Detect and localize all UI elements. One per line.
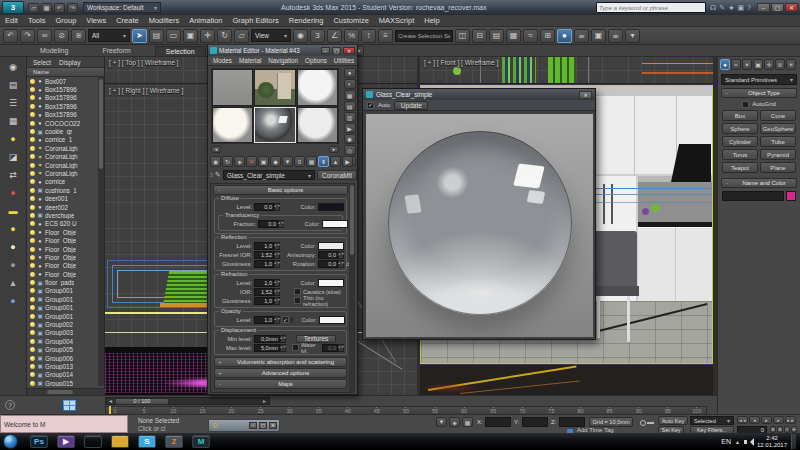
visibility-bulb-icon[interactable] (30, 314, 35, 319)
menu-item[interactable]: Group (50, 15, 81, 26)
material-editor-titlebar[interactable]: Material Editor - Material #43 – ▢ ✕ (208, 45, 357, 56)
scene-object-row[interactable]: ● deer001 (27, 194, 104, 202)
app-button[interactable]: 3 (2, 1, 24, 14)
rollout-toggle-icon[interactable]: + (215, 359, 225, 365)
geometry-category-icon[interactable]: ● (720, 59, 730, 70)
auto-update-checkbox[interactable]: ✓ (367, 102, 374, 109)
visibility-bulb-icon[interactable] (30, 330, 35, 335)
autogrid-checkbox[interactable] (742, 101, 749, 108)
material-id-icon[interactable]: 0 (294, 156, 305, 167)
rollout-toggle-icon[interactable]: + (215, 370, 225, 376)
sign-in-icon[interactable]: ☊ (710, 4, 716, 12)
rollout-header[interactable]: - Maps (214, 379, 347, 389)
scene-object-row[interactable]: ▣ Group005 (27, 346, 104, 354)
assign-material-icon[interactable]: ◈ (234, 156, 245, 167)
scene-object-row[interactable]: ▣ Group001 (27, 287, 104, 295)
visibility-bulb-icon[interactable] (30, 196, 35, 201)
time-slider-right-arrow[interactable]: ► (260, 398, 269, 404)
material-editor-close-button[interactable]: ✕ (343, 47, 355, 54)
scene-object-row[interactable]: ✦ CoronaLigh (27, 144, 104, 152)
scene-object-row[interactable]: ▣ Group002 (27, 320, 104, 328)
make-copy-icon[interactable]: ▣ (258, 156, 269, 167)
options-icon[interactable]: ✱ (344, 134, 356, 144)
fov-icon[interactable]: ◇ (784, 426, 790, 433)
photoshop-icon[interactable]: Ps (30, 435, 48, 448)
display-shapes-icon[interactable]: ▬ (9, 207, 18, 216)
pan-icon[interactable]: ✛ (791, 426, 797, 433)
update-button[interactable]: Update (394, 101, 428, 110)
time-slider-handle[interactable]: 0 / 100 (115, 398, 169, 405)
helpers-category-icon[interactable]: ✛ (764, 59, 774, 70)
minimize-button[interactable]: – (757, 3, 770, 12)
make-unique-icon[interactable]: ◆ (270, 156, 281, 167)
display-geometry-icon[interactable]: ● (10, 225, 15, 234)
scene-object-row[interactable]: ● Floor_Obje (27, 228, 104, 236)
zoom-icon[interactable]: ⊕ (770, 426, 776, 433)
pick-from-object-icon[interactable]: ✎ (215, 171, 221, 179)
visibility-bulb-icon[interactable] (30, 163, 35, 168)
visibility-bulb-icon[interactable] (30, 171, 35, 176)
go-start-icon[interactable]: ◄◄ (737, 416, 748, 424)
layer-manager-icon[interactable]: ▤ (489, 29, 504, 43)
refraction-level-spinner[interactable]: 1,0▲▼ (254, 279, 280, 287)
scene-object-row[interactable]: ● Floor_Obje (27, 253, 104, 261)
display-eye-icon[interactable]: ◉ (9, 63, 17, 72)
make-preview-icon[interactable]: ▶ (344, 123, 356, 133)
display-list-icon[interactable]: ☰ (9, 99, 17, 108)
display-helpers-icon[interactable]: ● (10, 243, 15, 252)
menu-item[interactable]: Tools (23, 15, 51, 26)
scene-object-row[interactable]: ✦ CoronaLigh (27, 169, 104, 177)
select-by-material-icon[interactable]: ◎ (344, 145, 356, 155)
absolute-mode-icon[interactable]: ▦ (462, 417, 473, 427)
visibility-bulb-icon[interactable] (30, 154, 35, 159)
clock[interactable]: 2:42 12.01.2017 (757, 435, 787, 448)
zoom-all-icon[interactable]: ⊛ (777, 426, 783, 433)
material-type-button[interactable]: CoronaMtl (317, 170, 357, 180)
visibility-bulb-icon[interactable] (30, 255, 35, 260)
sample-slot-glass-selected[interactable] (254, 107, 295, 144)
object-type-rollout[interactable]: -Object Type (721, 88, 797, 98)
diffuse-level-spinner[interactable]: 0,0▲▼ (254, 203, 280, 211)
selection-filter-icon[interactable]: ▼ (436, 417, 447, 427)
crossing-select-icon[interactable]: ▣ (183, 29, 198, 43)
scene-object-row[interactable]: ▣ Group003 (27, 329, 104, 337)
sample-slot-white-2[interactable] (212, 107, 253, 144)
visibility-bulb-icon[interactable] (30, 263, 35, 268)
min-level-spinner[interactable]: 0,0mm▲▼ (254, 335, 286, 343)
move-icon[interactable]: ✛ (200, 29, 215, 43)
select-by-name-icon[interactable]: ▤ (149, 29, 164, 43)
scene-object-row[interactable]: ● Floor_Obje (27, 236, 104, 244)
rollout-header[interactable]: + Advanced options (214, 368, 347, 378)
select-object-icon[interactable]: ➤ (132, 29, 147, 43)
water-level-spinner[interactable]: 0,0▲▼ (322, 344, 344, 352)
scene-object-row[interactable]: ✦ CoronaLigh (27, 153, 104, 161)
volume-icon[interactable] (744, 437, 753, 446)
ribbon-tab[interactable]: Selection (155, 46, 206, 56)
refraction-color-swatch[interactable] (318, 279, 344, 287)
open-icon[interactable]: ▱ (28, 3, 39, 13)
named-selection-field[interactable]: Create Selection Se (395, 30, 453, 42)
scene-object-row[interactable]: ● Box157896 (27, 111, 104, 119)
translucency-color-swatch[interactable] (322, 220, 348, 228)
use-center-icon[interactable]: ◉ (293, 29, 308, 43)
object-type-button[interactable]: Pyramid (760, 149, 796, 160)
object-type-button[interactable]: Cone (760, 110, 796, 121)
select-link-icon[interactable]: ∞ (37, 29, 52, 43)
visibility-bulb-icon[interactable] (30, 146, 35, 151)
go-end-icon[interactable]: ►► (785, 416, 796, 424)
visibility-bulb-icon[interactable] (30, 280, 35, 285)
exchange-icon[interactable]: ▣ (737, 4, 744, 12)
sample-uv-tiling-icon[interactable]: ▤ (344, 101, 356, 111)
scene-object-row[interactable]: ▣ Group001 (27, 295, 104, 303)
menu-item[interactable]: Animation (184, 15, 227, 26)
visibility-bulb-icon[interactable] (30, 356, 35, 361)
put-to-library-icon[interactable]: ▼ (282, 156, 293, 167)
selection-set-dropdown[interactable]: Selected▾ (690, 416, 734, 425)
viewport-front-label[interactable]: [ + ] [ Front ] [ Wireframe ] (424, 59, 498, 66)
slot-scroll-left-icon[interactable]: ◄ (211, 146, 221, 153)
start-button[interactable] (3, 434, 18, 449)
sync-selection-icon[interactable]: ⇄ (9, 171, 17, 180)
visibility-bulb-icon[interactable] (30, 205, 35, 210)
object-type-button[interactable]: Torus (722, 149, 758, 160)
systems-category-icon[interactable]: ✳ (786, 59, 796, 70)
